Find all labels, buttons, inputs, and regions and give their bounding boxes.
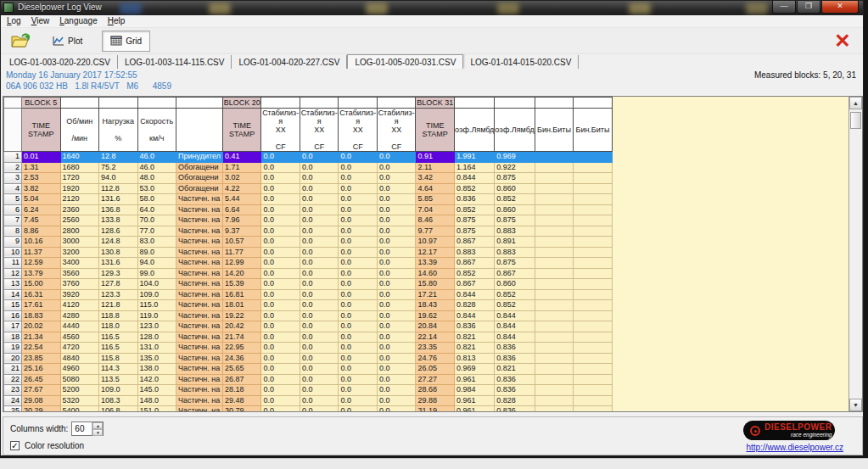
grid-cell[interactable]: 7.45: [22, 215, 61, 226]
grid-cell[interactable]: Принудител: [176, 152, 223, 163]
grid-cell[interactable]: 0.0: [377, 258, 416, 269]
grid-cell[interactable]: 0.0: [261, 183, 300, 194]
grid-cell[interactable]: 0.0: [261, 204, 300, 215]
grid-cell[interactable]: Частичн. на: [176, 332, 223, 343]
grid-cell[interactable]: 31.19: [416, 406, 455, 413]
close-log-icon[interactable]: ✕: [832, 31, 853, 52]
grid-cell[interactable]: 0.0: [300, 152, 339, 163]
grid-cell[interactable]: 0.836: [454, 194, 494, 205]
grid-cell[interactable]: 12.99: [222, 258, 261, 269]
grid-cell[interactable]: [574, 353, 613, 364]
grid-cell[interactable]: Частичн. на: [176, 343, 223, 354]
grid-cell[interactable]: 118.0: [99, 321, 138, 332]
grid-cell[interactable]: 23.85: [22, 353, 61, 364]
grid-cell[interactable]: 0.867: [454, 258, 494, 269]
grid-cell[interactable]: [535, 268, 574, 279]
grid-cell[interactable]: 11.37: [22, 247, 61, 258]
grid-cell[interactable]: 0.0: [300, 343, 339, 354]
grid-cell[interactable]: 0.0: [339, 152, 378, 163]
grid-cell[interactable]: 123.3: [99, 289, 138, 300]
grid-cell[interactable]: [574, 152, 613, 163]
grid-cell[interactable]: 0.0: [300, 183, 339, 194]
grid-cell[interactable]: 14.20: [222, 268, 261, 279]
row-number[interactable]: 7: [4, 215, 22, 226]
grid-cell[interactable]: 0.852: [454, 268, 494, 279]
grid-cell[interactable]: 115.0: [137, 300, 176, 311]
grid-cell[interactable]: 18.83: [22, 310, 61, 321]
grid-cell[interactable]: 4120: [60, 300, 99, 311]
grid-cell[interactable]: 21.74: [222, 332, 261, 343]
grid-cell[interactable]: 9.77: [416, 226, 455, 237]
grid-cell[interactable]: 0.821: [454, 332, 494, 343]
row-number[interactable]: 18: [4, 332, 22, 343]
grid-cell[interactable]: 0.875: [454, 226, 494, 237]
grid-cell[interactable]: 0.0: [339, 247, 378, 258]
grid-cell[interactable]: 0.0: [377, 343, 416, 354]
grid-cell[interactable]: 0.0: [300, 353, 339, 364]
grid-cell[interactable]: 2800: [60, 226, 99, 237]
grid-cell[interactable]: 0.875: [454, 215, 494, 226]
grid-cell[interactable]: [535, 310, 574, 321]
grid-cell[interactable]: 0.0: [261, 215, 300, 226]
grid-cell[interactable]: 3400: [60, 258, 99, 269]
row-number[interactable]: 1: [4, 152, 22, 163]
grid-cell[interactable]: 0.860: [495, 204, 535, 215]
grid-cell[interactable]: 19.62: [416, 310, 455, 321]
grid-cell[interactable]: 9.37: [222, 226, 261, 237]
tab-log-01-005-020-031.csv[interactable]: LOG-01-005-020-031.CSV: [347, 54, 463, 69]
grid-cell[interactable]: 0.836: [495, 353, 535, 364]
grid-cell[interactable]: 5080: [60, 374, 99, 385]
grid-cell[interactable]: 0.852: [495, 300, 535, 311]
menu-item-view[interactable]: View: [28, 16, 57, 26]
grid-cell[interactable]: [574, 268, 613, 279]
grid-cell[interactable]: 4960: [60, 364, 99, 375]
grid-cell[interactable]: 0.0: [300, 310, 339, 321]
grid-cell[interactable]: 0.0: [261, 395, 300, 406]
grid-cell[interactable]: 0.0: [300, 406, 339, 413]
grid-cell[interactable]: 0.0: [261, 343, 300, 354]
grid-cell[interactable]: 0.0: [377, 173, 416, 184]
grid-cell[interactable]: 7.96: [222, 215, 261, 226]
grid-cell[interactable]: 5.04: [22, 194, 61, 205]
row-number[interactable]: 5: [4, 194, 22, 205]
grid-cell[interactable]: Частичн. на: [176, 289, 223, 300]
grid-cell[interactable]: 99.0: [137, 268, 176, 279]
grid-cell[interactable]: 4.64: [416, 183, 455, 194]
grid-cell[interactable]: 5.44: [222, 194, 261, 205]
grid-cell[interactable]: 0.961: [454, 374, 494, 385]
grid-cell[interactable]: 0.844: [454, 310, 494, 321]
grid-cell[interactable]: 12.8: [99, 152, 138, 163]
grid-cell[interactable]: 89.0: [137, 247, 176, 258]
grid-cell[interactable]: 151.0: [137, 406, 176, 413]
grid-cell[interactable]: 128.6: [99, 226, 138, 237]
grid-cell[interactable]: Частичн. на: [176, 300, 223, 311]
grid-cell[interactable]: 0.0: [377, 204, 416, 215]
grid-cell[interactable]: 1.991: [454, 152, 494, 163]
row-number[interactable]: 16: [4, 310, 22, 321]
grid-cell[interactable]: 0.41: [222, 152, 261, 163]
grid-cell[interactable]: 0.0: [300, 332, 339, 343]
row-number[interactable]: 13: [4, 279, 22, 290]
grid-cell[interactable]: [574, 332, 613, 343]
grid-cell[interactable]: 0.0: [377, 226, 416, 237]
grid-cell[interactable]: 0.0: [339, 343, 378, 354]
grid-cell[interactable]: 108.3: [99, 395, 138, 406]
menu-item-help[interactable]: Help: [104, 16, 132, 26]
grid-cell[interactable]: 0.0: [339, 204, 378, 215]
grid-cell[interactable]: 0.821: [454, 343, 494, 354]
grid-cell[interactable]: 0.836: [495, 374, 535, 385]
grid-cell[interactable]: 2.11: [416, 162, 455, 173]
row-number[interactable]: 24: [4, 395, 22, 406]
grid-cell[interactable]: 18.01: [222, 300, 261, 311]
grid-cell[interactable]: Частичн. на: [176, 226, 223, 237]
row-number[interactable]: 9: [4, 237, 22, 248]
grid-cell[interactable]: 0.0: [261, 385, 300, 396]
grid-cell[interactable]: 4280: [60, 310, 99, 321]
grid-cell[interactable]: [574, 194, 613, 205]
grid-cell[interactable]: [535, 289, 574, 300]
grid-cell[interactable]: 7.04: [416, 204, 455, 215]
grid-cell[interactable]: 145.0: [137, 385, 176, 396]
grid-cell[interactable]: Частичн. на: [176, 374, 223, 385]
grid-cell[interactable]: 0.0: [339, 332, 378, 343]
grid-cell[interactable]: 0.0: [339, 374, 378, 385]
